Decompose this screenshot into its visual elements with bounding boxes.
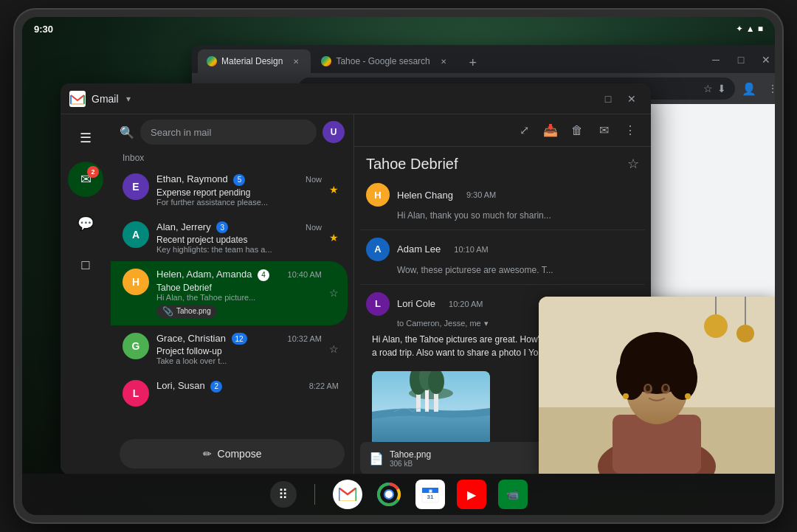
email-subject-grace: Project follow-up	[156, 346, 322, 356]
email-star-helen[interactable]: ☆	[329, 287, 339, 299]
video-call-overlay	[539, 297, 775, 474]
sidebar-mail-button[interactable]: ✉ 2	[68, 162, 103, 197]
gmail-close-button[interactable]: ✕	[621, 89, 642, 109]
youtube-taskbar-icon: ▶	[467, 488, 476, 502]
sidebar-hamburger-button[interactable]: ☰	[68, 120, 103, 156]
msg-avatar-helen: H	[366, 183, 390, 207]
email-item-grace[interactable]: G Grace, Christian 12 10:32 AM Project f…	[111, 325, 348, 373]
sidebar-meet-button[interactable]: □	[68, 247, 103, 283]
chat-icon: 💬	[77, 215, 94, 232]
hamburger-icon: ☰	[80, 130, 92, 146]
thread-title: Tahoe Debrief	[354, 147, 470, 176]
msg-time-adam: 10:10 AM	[454, 245, 488, 254]
email-item-alan[interactable]: A Alan, Jerrery 3 Now Recent project upd…	[111, 214, 348, 262]
email-star-ethan[interactable]: ★	[329, 184, 339, 196]
email-preview-helen: Hi Alan, the Tahoe picture...	[156, 293, 322, 302]
expand-button[interactable]: ⤢	[512, 119, 536, 142]
taskbar-calendar-button[interactable]: ▦ 31	[415, 480, 445, 509]
email-item-ethan[interactable]: E Ethan, Raymond 5 Now Expense report pe…	[111, 166, 348, 214]
svg-point-29	[646, 385, 650, 391]
gmail-titlebar: Gmail ▾ □ ✕	[61, 83, 651, 114]
message-adam-lee: A Adam Lee 10:10 AM Wow, these picturese…	[360, 230, 645, 285]
tab-material-design[interactable]: Material Design ✕	[198, 49, 311, 73]
email-time-ethan: Now	[306, 175, 322, 184]
msg-preview-adam: Wow, these picturese are awesome. T...	[366, 264, 639, 277]
video-person-svg	[539, 297, 775, 474]
msg-time-helen: 9:30 AM	[466, 190, 496, 199]
chevron-down-icon: ▾	[484, 319, 489, 328]
recent-apps-button[interactable]: ⠿	[270, 481, 297, 508]
tab1-label: Material Design	[221, 56, 283, 66]
gmail-maximize-button[interactable]: □	[598, 89, 618, 109]
new-tab-button[interactable]: +	[463, 52, 483, 73]
email-content-lori: Lori, Susan 2 8:22 AM	[156, 380, 339, 407]
email-star-grace[interactable]: ☆	[329, 343, 339, 355]
email-avatar-alan: A	[123, 221, 149, 248]
email-subject-helen: Tahoe Debrief	[156, 283, 322, 293]
email-sender-alan: Alan, Jerrery 3	[156, 221, 228, 234]
sidebar-chat-button[interactable]: 💬	[68, 206, 103, 241]
email-avatar-helen: H	[123, 269, 149, 295]
chrome-minimize-button[interactable]: ─	[704, 49, 728, 70]
chrome-menu-button[interactable]: ⋮	[762, 77, 775, 100]
download-icon[interactable]: ⬇	[717, 83, 726, 94]
msg-avatar-adam: A	[366, 238, 390, 261]
gmail-dropdown-icon[interactable]: ▾	[126, 94, 131, 104]
taskbar-youtube-button[interactable]: ▶	[457, 480, 486, 509]
email-preview-ethan: For further assistance please...	[156, 198, 322, 207]
gmail-sidebar: ☰ ✉ 2 💬 □	[61, 114, 111, 474]
inbox-label: Inbox	[111, 150, 353, 166]
msg-avatar-lori: L	[366, 292, 390, 316]
email-item-helen[interactable]: H Helen, Adam, Amanda 4 10:40 AM Tahoe D…	[111, 261, 348, 325]
thread-star-button[interactable]: ☆	[615, 147, 651, 175]
detail-toolbar: ⤢ 📥 🗑 ✉ ⋮	[354, 114, 651, 147]
tablet-frame: 9:30 ✦ ▲ ■ Material Design ✕ Tahoe - Goo…	[15, 10, 782, 522]
chrome-maximize-button[interactable]: □	[729, 49, 753, 70]
search-icon: 🔍	[120, 125, 134, 139]
email-time-lori: 8:22 AM	[309, 381, 339, 390]
email-avatar-grace: G	[123, 333, 149, 359]
delete-button[interactable]: 🗑	[565, 119, 589, 142]
email-subject-ethan: Expense report pending	[156, 187, 322, 198]
chrome-window-controls: ─ □ ✕	[704, 49, 775, 73]
chrome-user-button[interactable]: 👤	[738, 77, 760, 100]
bluetooth-icon: ✦	[736, 24, 743, 34]
email-item-lori[interactable]: L Lori, Susan 2 8:22 AM	[111, 373, 348, 414]
recent-apps-icon: ⠿	[278, 486, 288, 502]
email-sender-helen: Helen, Adam, Amanda 4	[156, 269, 269, 281]
thread-title-row: Tahoe Debrief ☆	[354, 147, 651, 176]
video-background	[539, 297, 775, 474]
attachment-filename: Tahoe.png	[176, 307, 211, 315]
taskbar-gmail-button[interactable]	[333, 480, 362, 509]
tab-tahoe-search[interactable]: Tahoe - Google sesarch ✕	[312, 49, 458, 73]
email-sender-grace: Grace, Christian 12	[156, 333, 247, 345]
email-content-grace: Grace, Christian 12 10:32 AM Project fol…	[156, 333, 322, 366]
search-placeholder: Search in mail	[151, 127, 211, 138]
email-content-ethan: Ethan, Raymond 5 Now Expense report pend…	[156, 173, 322, 207]
compose-button[interactable]: ✏ Compose	[120, 439, 345, 469]
tahoe-image-thumbnail	[372, 371, 490, 442]
taskbar: ⠿	[22, 474, 775, 515]
more-button[interactable]: ⋮	[618, 119, 642, 142]
gmail-title: Gmail	[92, 93, 119, 105]
bookmark-icon[interactable]: ☆	[703, 83, 713, 94]
search-input-container[interactable]: Search in mail	[140, 120, 317, 145]
svg-point-31	[623, 393, 629, 399]
svg-point-26	[641, 339, 673, 365]
svg-point-35	[385, 491, 393, 498]
svg-point-30	[663, 385, 668, 391]
email-star-alan[interactable]: ★	[329, 232, 339, 243]
tab1-close-button[interactable]: ✕	[290, 55, 302, 67]
taskbar-meet-button[interactable]: 📹	[498, 480, 528, 509]
archive-button[interactable]: 📥	[539, 119, 562, 142]
attachment-icon: 📎	[162, 306, 173, 317]
move-to-button[interactable]: ✉	[592, 119, 615, 142]
tab2-close-button[interactable]: ✕	[438, 55, 449, 67]
user-avatar[interactable]: U	[322, 121, 345, 143]
taskbar-chrome-button[interactable]	[374, 480, 404, 509]
email-avatar-ethan: E	[123, 173, 149, 200]
chrome-tabs-bar: Material Design ✕ Tahoe - Google sesarch…	[192, 45, 775, 73]
tablet-screen: 9:30 ✦ ▲ ■ Material Design ✕ Tahoe - Goo…	[22, 17, 775, 515]
chrome-close-button[interactable]: ✕	[754, 49, 775, 70]
attachment-file-size: 306 kB	[390, 460, 431, 468]
